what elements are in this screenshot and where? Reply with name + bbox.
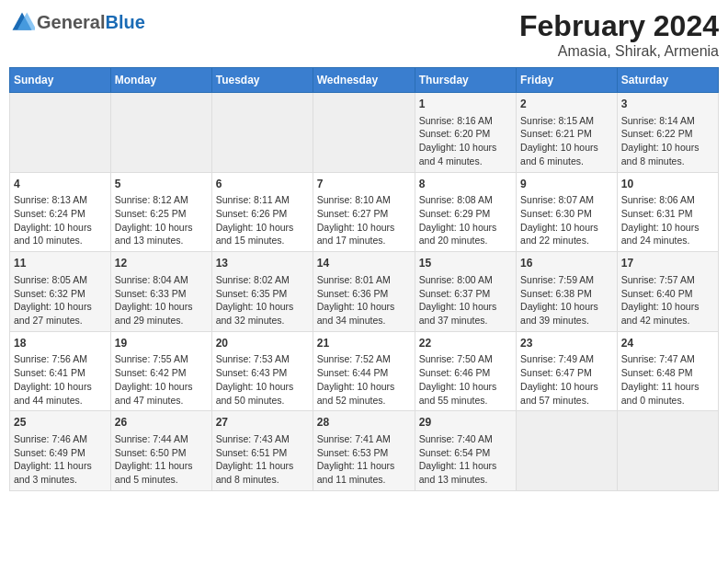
calendar-week-row: 18Sunrise: 7:56 AMSunset: 6:41 PMDayligh… xyxy=(10,331,719,411)
day-info-line: Sunrise: 7:57 AM xyxy=(621,273,714,287)
day-info-line: Sunset: 6:51 PM xyxy=(216,446,309,460)
day-info-line: Sunset: 6:33 PM xyxy=(115,287,208,301)
logo-icon xyxy=(9,9,35,35)
day-info-line: Sunrise: 8:01 AM xyxy=(317,273,411,287)
day-info-line: Daylight: 10 hours xyxy=(520,300,613,314)
calendar-cell xyxy=(617,411,718,491)
day-number: 23 xyxy=(520,336,613,351)
weekday-header-friday: Friday xyxy=(517,68,618,93)
day-info-line: Daylight: 10 hours xyxy=(216,380,309,394)
day-info-line: Sunset: 6:43 PM xyxy=(216,366,309,380)
day-info-line: Sunset: 6:38 PM xyxy=(520,287,613,301)
day-info-line: and 3 minutes. xyxy=(14,473,107,487)
calendar-cell: 4Sunrise: 8:13 AMSunset: 6:24 PMDaylight… xyxy=(10,172,111,252)
day-info-line: Sunrise: 8:05 AM xyxy=(14,273,107,287)
day-info-line: and 13 minutes. xyxy=(115,234,208,247)
weekday-header-monday: Monday xyxy=(110,68,211,93)
calendar-week-row: 25Sunrise: 7:46 AMSunset: 6:49 PMDayligh… xyxy=(10,411,719,491)
calendar-cell xyxy=(211,93,313,173)
calendar-cell: 20Sunrise: 7:53 AMSunset: 6:43 PMDayligh… xyxy=(211,331,313,411)
calendar-cell: 3Sunrise: 8:14 AMSunset: 6:22 PMDaylight… xyxy=(617,93,718,173)
day-number: 29 xyxy=(419,415,512,431)
calendar-week-row: 11Sunrise: 8:05 AMSunset: 6:32 PMDayligh… xyxy=(10,252,719,332)
day-info-line: Daylight: 10 hours xyxy=(621,221,714,235)
day-number: 13 xyxy=(216,256,309,271)
day-info-line: Daylight: 11 hours xyxy=(115,459,208,473)
calendar-week-row: 1Sunrise: 8:16 AMSunset: 6:20 PMDaylight… xyxy=(10,93,719,173)
weekday-header-tuesday: Tuesday xyxy=(211,68,313,93)
calendar-cell: 22Sunrise: 7:50 AMSunset: 6:46 PMDayligh… xyxy=(415,331,516,411)
day-info-line: and 15 minutes. xyxy=(216,234,309,247)
day-info-line: Sunrise: 7:44 AM xyxy=(115,432,208,446)
day-number: 12 xyxy=(115,256,208,271)
weekday-header-sunday: Sunday xyxy=(10,68,111,93)
calendar-title: February 2024 xyxy=(519,9,719,43)
day-number: 25 xyxy=(14,415,107,431)
day-info-line: Sunset: 6:48 PM xyxy=(621,366,714,380)
calendar-cell: 12Sunrise: 8:04 AMSunset: 6:33 PMDayligh… xyxy=(110,252,211,332)
day-number: 22 xyxy=(419,336,512,351)
day-info-line: Daylight: 10 hours xyxy=(621,300,714,314)
calendar-cell: 2Sunrise: 8:15 AMSunset: 6:21 PMDaylight… xyxy=(517,93,618,173)
day-info-line: and 39 minutes. xyxy=(520,314,613,327)
calendar-cell: 15Sunrise: 8:00 AMSunset: 6:37 PMDayligh… xyxy=(415,252,516,332)
day-info-line: Sunset: 6:47 PM xyxy=(520,366,613,380)
day-number: 28 xyxy=(317,415,411,431)
day-info-line: Daylight: 10 hours xyxy=(317,380,411,394)
calendar-cell: 25Sunrise: 7:46 AMSunset: 6:49 PMDayligh… xyxy=(10,411,111,491)
day-info-line: Sunrise: 7:52 AM xyxy=(317,352,411,366)
logo-general-text: General xyxy=(37,12,105,33)
day-info-line: Sunset: 6:35 PM xyxy=(216,287,309,301)
day-number: 18 xyxy=(14,336,107,351)
day-info-line: Daylight: 10 hours xyxy=(115,380,208,394)
calendar-table: SundayMondayTuesdayWednesdayThursdayFrid… xyxy=(9,67,719,491)
day-info-line: and 27 minutes. xyxy=(14,314,107,327)
day-info-line: Sunrise: 8:10 AM xyxy=(317,193,411,207)
calendar-cell xyxy=(110,93,211,173)
day-number: 7 xyxy=(317,177,411,192)
day-info-line: Sunset: 6:25 PM xyxy=(115,207,208,221)
day-info-line: and 10 minutes. xyxy=(14,234,107,247)
day-info-line: Sunset: 6:42 PM xyxy=(115,366,208,380)
day-info-line: Sunrise: 7:47 AM xyxy=(621,352,714,366)
weekday-header-saturday: Saturday xyxy=(617,68,718,93)
day-info-line: and 29 minutes. xyxy=(115,314,208,327)
day-info-line: Sunset: 6:30 PM xyxy=(520,207,613,221)
day-info-line: Sunrise: 8:16 AM xyxy=(419,114,512,128)
calendar-cell: 11Sunrise: 8:05 AMSunset: 6:32 PMDayligh… xyxy=(10,252,111,332)
day-info-line: Sunrise: 7:40 AM xyxy=(419,432,512,446)
day-number: 16 xyxy=(520,256,613,271)
calendar-cell xyxy=(517,411,618,491)
calendar-cell: 8Sunrise: 8:08 AMSunset: 6:29 PMDaylight… xyxy=(415,172,516,252)
day-info-line: and 20 minutes. xyxy=(419,234,512,247)
day-info-line: Daylight: 10 hours xyxy=(115,221,208,235)
calendar-week-row: 4Sunrise: 8:13 AMSunset: 6:24 PMDaylight… xyxy=(10,172,719,252)
calendar-cell: 6Sunrise: 8:11 AMSunset: 6:26 PMDaylight… xyxy=(211,172,313,252)
calendar-cell: 7Sunrise: 8:10 AMSunset: 6:27 PMDaylight… xyxy=(313,172,415,252)
calendar-cell: 1Sunrise: 8:16 AMSunset: 6:20 PMDaylight… xyxy=(415,93,516,173)
day-info-line: Sunrise: 8:15 AM xyxy=(520,114,613,128)
day-info-line: Daylight: 11 hours xyxy=(216,459,309,473)
calendar-cell: 9Sunrise: 8:07 AMSunset: 6:30 PMDaylight… xyxy=(517,172,618,252)
day-info-line: and 5 minutes. xyxy=(115,473,208,487)
day-info-line: Sunrise: 8:06 AM xyxy=(621,193,714,207)
day-info-line: Sunrise: 7:49 AM xyxy=(520,352,613,366)
day-info-line: Daylight: 10 hours xyxy=(14,380,107,394)
day-info-line: Sunrise: 8:04 AM xyxy=(115,273,208,287)
day-number: 15 xyxy=(419,256,512,271)
day-number: 24 xyxy=(621,336,714,351)
day-info-line: and 24 minutes. xyxy=(621,234,714,247)
calendar-cell: 23Sunrise: 7:49 AMSunset: 6:47 PMDayligh… xyxy=(517,331,618,411)
day-number: 4 xyxy=(14,177,107,192)
day-info-line: Sunset: 6:36 PM xyxy=(317,287,411,301)
day-number: 17 xyxy=(621,256,714,271)
day-info-line: Sunrise: 8:08 AM xyxy=(419,193,512,207)
day-info-line: Sunrise: 7:53 AM xyxy=(216,352,309,366)
day-info-line: Sunrise: 8:11 AM xyxy=(216,193,309,207)
calendar-cell: 29Sunrise: 7:40 AMSunset: 6:54 PMDayligh… xyxy=(415,411,516,491)
day-number: 20 xyxy=(216,336,309,351)
calendar-cell: 17Sunrise: 7:57 AMSunset: 6:40 PMDayligh… xyxy=(617,252,718,332)
day-number: 9 xyxy=(520,177,613,192)
day-info-line: and 13 minutes. xyxy=(419,473,512,487)
day-info-line: Sunset: 6:31 PM xyxy=(621,207,714,221)
